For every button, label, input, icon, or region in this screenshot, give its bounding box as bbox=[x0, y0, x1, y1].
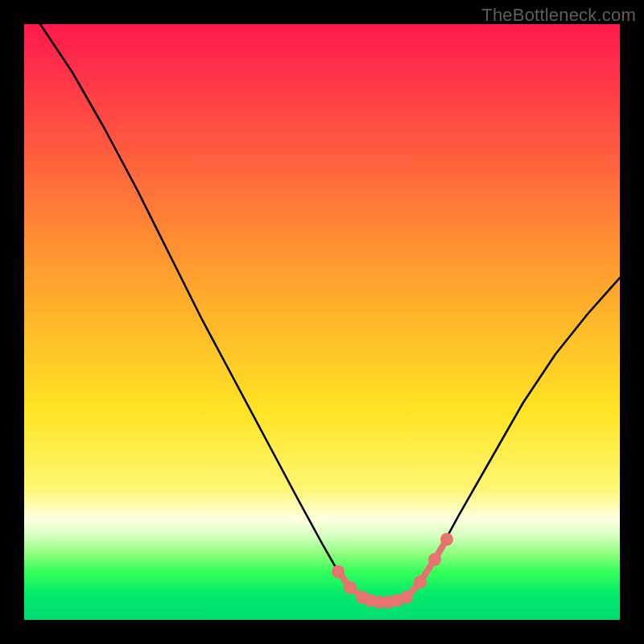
watermark: TheBottleneck.com bbox=[481, 5, 636, 26]
optimal-region-marker bbox=[344, 581, 357, 594]
chart-frame: TheBottleneck.com bbox=[0, 0, 644, 644]
bottleneck-curve bbox=[40, 24, 620, 602]
optimal-region-marker bbox=[332, 565, 345, 578]
optimal-region-marker bbox=[400, 591, 413, 604]
chart-overlay bbox=[24, 24, 620, 620]
optimal-region-line bbox=[338, 539, 447, 602]
optimal-region-marker bbox=[414, 576, 427, 588]
optimal-region-marker bbox=[440, 533, 453, 546]
optimal-region-marker bbox=[428, 553, 441, 566]
optimal-region-markers bbox=[332, 533, 453, 609]
